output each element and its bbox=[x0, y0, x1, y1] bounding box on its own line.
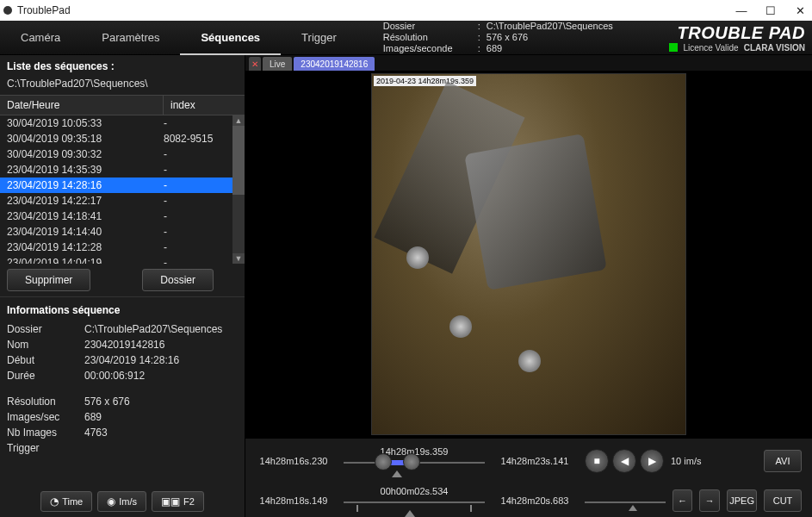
hdr-fps-value: 689 bbox=[487, 43, 613, 54]
sequence-row[interactable]: 23/04/2019 14:14:40- bbox=[0, 224, 245, 240]
sequence-row-date: 23/04/2019 14:28:16 bbox=[7, 179, 164, 191]
app-icon bbox=[3, 6, 12, 15]
sequence-row-index: - bbox=[164, 195, 167, 207]
viewer-tab-live[interactable]: Live bbox=[263, 57, 292, 71]
sequence-row[interactable]: 23/04/2019 14:22:17- bbox=[0, 193, 245, 209]
window-maximize-button[interactable]: ☐ bbox=[762, 4, 779, 17]
sequence-row[interactable]: 30/04/2019 09:30:32- bbox=[0, 146, 245, 162]
sequence-row-index: 8082-9515 bbox=[164, 133, 213, 145]
vendor-text: CLARA VISION bbox=[744, 43, 805, 53]
step-back-button[interactable]: ← bbox=[673, 489, 693, 512]
sequence-row-date: 23/04/2019 14:18:41 bbox=[7, 210, 164, 222]
f2-button[interactable]: ▣▣F2 bbox=[152, 491, 204, 512]
timeline-top-cursor-icon[interactable] bbox=[392, 470, 402, 477]
sequence-table: Date/Heure index 30/04/2019 10:05:33-30/… bbox=[0, 95, 245, 264]
sequence-row[interactable]: 30/04/2019 09:35:188082-9515 bbox=[0, 131, 245, 146]
ims-mode-button[interactable]: ◉Im/s bbox=[97, 491, 146, 512]
sequence-list-path: C:\TroublePad207\Sequences\ bbox=[0, 78, 245, 95]
info-trigger-value bbox=[84, 442, 238, 454]
sequence-info-title: Informations séquence bbox=[7, 304, 238, 316]
licence-indicator-icon bbox=[669, 43, 678, 52]
cut-button[interactable]: CUT bbox=[764, 489, 802, 512]
brand: TROUBLE PAD Licence Valide CLARA VISION bbox=[669, 23, 812, 53]
sidebar: Liste des séquences : C:\TroublePad207\S… bbox=[0, 55, 245, 517]
sequence-row-date: 23/04/2019 14:04:19 bbox=[7, 257, 164, 264]
time-mode-button[interactable]: ◔Time bbox=[40, 491, 92, 512]
clock-icon: ◔ bbox=[50, 495, 59, 508]
sequence-row[interactable]: 23/04/2019 14:18:41- bbox=[0, 209, 245, 224]
export-avi-button[interactable]: AVI bbox=[764, 450, 802, 472]
hdr-resolution-value: 576 x 676 bbox=[487, 32, 613, 43]
viewer-panel: ✕ Live 23042019142816 2019-04-23 14h28m1… bbox=[245, 55, 812, 517]
play-back-button[interactable]: ◀ bbox=[612, 449, 636, 473]
sequence-row-date: 30/04/2019 09:30:32 bbox=[7, 148, 164, 160]
info-fps-label: Images/sec bbox=[7, 411, 84, 423]
viewer-canvas[interactable]: 2019-04-23 14h28m19s.359 bbox=[245, 71, 812, 438]
timeline-top-track[interactable]: 14h28m19s.359 bbox=[344, 448, 485, 474]
speed-slider[interactable] bbox=[585, 491, 666, 510]
viewer-close-tab-button[interactable]: ✕ bbox=[249, 57, 261, 71]
export-jpeg-button[interactable]: JPEG bbox=[727, 489, 757, 512]
sequence-row[interactable]: 23/04/2019 14:28:16- bbox=[0, 178, 245, 193]
sequence-rows: 30/04/2019 10:05:33-30/04/2019 09:35:188… bbox=[0, 115, 245, 264]
sequence-list-title: Liste des séquences : bbox=[0, 55, 245, 78]
sidebar-bottom-bar: ◔Time ◉Im/s ▣▣F2 bbox=[0, 486, 245, 517]
play-forward-button[interactable]: ▶ bbox=[640, 449, 664, 473]
info-duree-label: Durée bbox=[7, 370, 84, 382]
sequence-row-date: 23/04/2019 14:12:28 bbox=[7, 241, 164, 253]
step-forward-button[interactable]: → bbox=[699, 489, 720, 512]
timeline-bot-cursor-icon[interactable] bbox=[405, 510, 415, 517]
hdr-resolution-label: Résolution bbox=[383, 32, 478, 43]
hdr-dossier-value: C:\TroublePad207\Sequences bbox=[487, 21, 613, 32]
header-info: Dossier:C:\TroublePad207\Sequences Résol… bbox=[383, 21, 613, 54]
app-header: Caméra Paramètres Séquences Trigger Doss… bbox=[0, 21, 812, 55]
sequence-row-date: 30/04/2019 10:05:33 bbox=[7, 117, 164, 129]
tab-parametres[interactable]: Paramètres bbox=[81, 21, 180, 55]
playback-controls: 14h28m16s.230 14h28m19s.359 14h28m23s.14… bbox=[245, 438, 812, 517]
viewer-tab-sequence[interactable]: 23042019142816 bbox=[294, 57, 375, 71]
sequence-scrollbar[interactable]: ▲ ▼ bbox=[232, 115, 245, 264]
info-debut-value: 23/04/2019 14:28:16 bbox=[84, 354, 238, 366]
scroll-thumb[interactable] bbox=[232, 126, 245, 195]
stop-button[interactable]: ■ bbox=[585, 449, 609, 473]
info-duree-value: 00:00:06:912 bbox=[84, 370, 238, 382]
window-close-button[interactable]: ✕ bbox=[791, 4, 809, 17]
sequence-row-index: - bbox=[164, 164, 167, 176]
timeline-top-handle-left[interactable] bbox=[375, 453, 392, 470]
timeline-bot-track[interactable]: 00h00m02s.534 bbox=[344, 488, 485, 514]
info-dossier-value: C:\TroublePad207\Sequences bbox=[84, 323, 238, 335]
sequence-row[interactable]: 30/04/2019 10:05:33- bbox=[0, 115, 245, 131]
window-minimize-button[interactable]: — bbox=[733, 4, 750, 17]
tab-trigger[interactable]: Trigger bbox=[281, 21, 357, 55]
window-title: TroublePad bbox=[17, 4, 71, 16]
hdr-fps-label: Images/seconde bbox=[383, 43, 478, 54]
col-date-header[interactable]: Date/Heure bbox=[0, 96, 164, 115]
timeline-top-start: 14h28m16s.230 bbox=[251, 456, 337, 466]
frame-timestamp-overlay: 2019-04-23 14h28m19s.359 bbox=[374, 76, 476, 86]
tab-camera[interactable]: Caméra bbox=[0, 21, 81, 55]
sequence-row[interactable]: 23/04/2019 14:12:28- bbox=[0, 240, 245, 255]
scroll-down-icon[interactable]: ▼ bbox=[232, 253, 245, 264]
info-fps-value: 689 bbox=[84, 411, 238, 423]
hdr-dossier-label: Dossier bbox=[383, 21, 478, 32]
timeline-bot-end: 14h28m20s.683 bbox=[492, 495, 578, 506]
scroll-up-icon[interactable]: ▲ bbox=[232, 115, 245, 126]
sequence-row-date: 30/04/2019 09:35:18 bbox=[7, 133, 164, 145]
timeline-top-handle-right[interactable] bbox=[403, 453, 420, 470]
sequence-row-index: - bbox=[164, 179, 167, 191]
info-res-label: Résolution bbox=[7, 396, 84, 408]
folder-button[interactable]: Dossier bbox=[142, 269, 214, 291]
col-index-header[interactable]: index bbox=[164, 96, 245, 115]
delete-button[interactable]: Supprimer bbox=[7, 269, 90, 291]
sequence-info: Informations séquence DossierC:\TroubleP… bbox=[0, 296, 245, 461]
sequence-row-date: 23/04/2019 14:14:40 bbox=[7, 226, 164, 238]
speed-slider-cursor-icon[interactable] bbox=[629, 505, 637, 511]
frame-image: 2019-04-23 14h28m19s.359 bbox=[371, 73, 686, 435]
info-nimg-value: 4763 bbox=[84, 427, 238, 439]
tab-sequences[interactable]: Séquences bbox=[180, 21, 281, 55]
brand-title: TROUBLE PAD bbox=[669, 23, 805, 43]
sequence-row[interactable]: 23/04/2019 14:35:39- bbox=[0, 162, 245, 178]
sequence-row-date: 23/04/2019 14:35:39 bbox=[7, 164, 164, 176]
sequence-row[interactable]: 23/04/2019 14:04:19- bbox=[0, 255, 245, 264]
screens-icon: ▣▣ bbox=[161, 495, 180, 508]
